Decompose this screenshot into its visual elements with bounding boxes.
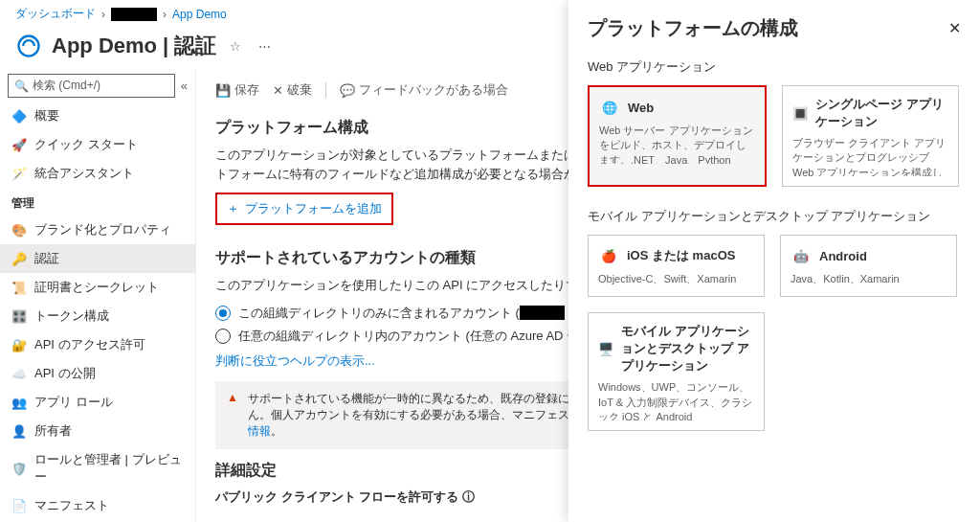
- branding-icon: 🎨: [11, 222, 27, 238]
- warning-icon: ▲: [227, 391, 238, 440]
- sidebar-item-certs[interactable]: 📜証明書とシークレット: [0, 273, 195, 302]
- toolbar-separator: [325, 82, 326, 98]
- radio-icon: [215, 329, 231, 344]
- certificate-icon: 📜: [11, 280, 27, 295]
- more-icon[interactable]: ⋯: [255, 35, 275, 57]
- page-title: App Demo | 認証: [52, 32, 216, 60]
- sidebar-item-owners[interactable]: 👤所有者: [0, 417, 195, 445]
- sidebar: 🔍 検索 (Cmd+/) « 🔷概要 🚀クイック スタート 🪄統合アシスタント …: [0, 70, 196, 522]
- breadcrumb-app[interactable]: App Demo: [172, 8, 227, 21]
- apple-icon: 🍎: [598, 245, 619, 266]
- platform-card-web[interactable]: 🌐Web Web サーバー アプリケーションをビルド、ホスト、デプロイします。.…: [588, 85, 767, 187]
- panel-group-web: Web アプリケーション: [588, 58, 961, 76]
- pin-icon[interactable]: ☆: [226, 35, 245, 57]
- token-icon: 🎛️: [11, 308, 27, 324]
- spa-icon: 🔳: [792, 102, 808, 124]
- roles-icon: 👥: [11, 395, 27, 410]
- search-input[interactable]: 🔍 検索 (Cmd+/): [8, 74, 175, 98]
- radio-icon: [215, 306, 231, 321]
- sidebar-item-app-roles[interactable]: 👥アプリ ロール: [0, 388, 195, 417]
- sidebar-item-overview[interactable]: 🔷概要: [0, 102, 195, 130]
- platform-card-ios[interactable]: 🍎iOS または macOS Objective-C、Swift、Xamarin: [588, 235, 765, 297]
- platform-card-spa[interactable]: 🔳シングルページ アプリケーション ブラウザー クライアント アプリケーションと…: [782, 85, 959, 187]
- sidebar-item-manifest[interactable]: 📄マニフェスト: [0, 491, 195, 520]
- close-icon[interactable]: ✕: [948, 19, 961, 37]
- wand-icon: 🪄: [11, 166, 27, 181]
- configure-platform-panel: プラットフォームの構成 ✕ Web アプリケーション 🌐Web Web サーバー…: [568, 0, 980, 522]
- globe-icon: 🌐: [599, 97, 620, 118]
- sidebar-item-quickstart[interactable]: 🚀クイック スタート: [0, 130, 195, 159]
- chevron-right-icon: ›: [163, 8, 167, 21]
- svg-point-0: [19, 36, 39, 57]
- save-icon: 💾: [215, 83, 231, 98]
- plus-icon: ＋: [227, 200, 239, 217]
- search-placeholder: 検索 (Cmd+/): [33, 78, 100, 94]
- cloud-icon: ☁️: [11, 366, 27, 381]
- api-permission-icon: 🔐: [11, 337, 27, 352]
- desktop-icon: 🖥️: [598, 338, 613, 359]
- admin-icon: 🛡️: [11, 461, 27, 476]
- sidebar-item-auth[interactable]: 🔑認証: [0, 244, 195, 273]
- sidebar-item-branding[interactable]: 🎨ブランド化とプロパティ: [0, 216, 195, 244]
- sidebar-group-manage: 管理: [0, 188, 195, 216]
- discard-button[interactable]: ✕破棄: [273, 81, 312, 99]
- save-button[interactable]: 💾保存: [215, 81, 259, 99]
- platform-card-desktop[interactable]: 🖥️モバイル アプリケーションとデスクトップ アプリケーション Windows、…: [588, 312, 765, 431]
- overview-icon: 🔷: [11, 108, 27, 124]
- breadcrumb-dashboard[interactable]: ダッシュボード: [15, 6, 96, 22]
- discard-icon: ✕: [273, 83, 283, 98]
- search-icon: 🔍: [14, 79, 29, 93]
- panel-title: プラットフォームの構成: [588, 15, 798, 41]
- owners-icon: 👤: [11, 423, 27, 439]
- panel-group-mobile: モバイル アプリケーションとデスクトップ アプリケーション: [588, 208, 961, 225]
- collapse-sidebar-icon[interactable]: «: [181, 79, 188, 93]
- app-registration-icon: [15, 33, 42, 59]
- sidebar-item-token[interactable]: 🎛️トークン構成: [0, 302, 195, 330]
- platform-card-android[interactable]: 🤖Android Java、Kotlin、Xamarin: [780, 235, 957, 297]
- breadcrumb-tenant[interactable]: hidden: [111, 8, 157, 21]
- sidebar-item-expose-api[interactable]: ☁️API の公開: [0, 359, 195, 388]
- sidebar-item-roles-admin[interactable]: 🛡️ロールと管理者 | プレビュー: [0, 445, 195, 491]
- manifest-icon: 📄: [11, 498, 27, 513]
- sidebar-item-api-permissions[interactable]: 🔐API のアクセス許可: [0, 330, 195, 359]
- rocket-icon: 🚀: [11, 137, 27, 152]
- sidebar-item-assistant[interactable]: 🪄統合アシスタント: [0, 159, 195, 188]
- add-platform-button[interactable]: ＋ プラットフォームを追加: [215, 193, 393, 225]
- chevron-right-icon: ›: [101, 8, 105, 21]
- key-icon: 🔑: [11, 251, 27, 266]
- android-icon: 🤖: [791, 245, 812, 266]
- feedback-button[interactable]: 💬フィードバックがある場合: [340, 81, 508, 99]
- info-icon[interactable]: ⓘ: [462, 489, 475, 504]
- feedback-icon: 💬: [340, 83, 355, 98]
